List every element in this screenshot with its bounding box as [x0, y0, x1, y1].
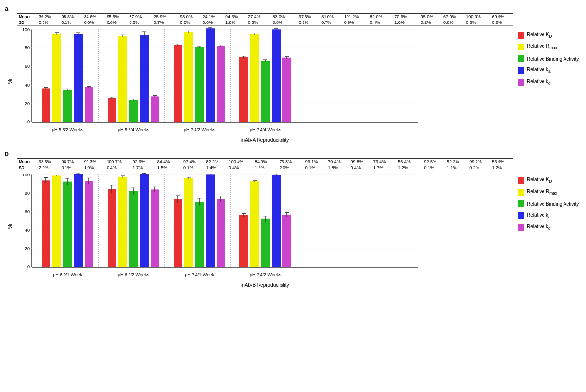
stats-table-a: Mean 36.2% 95.8% 34.6% 95.5% 37.9% 25.9%… [17, 13, 513, 26]
svg-rect-127 [174, 199, 182, 267]
legend-swatch-ka-a [518, 67, 524, 74]
svg-text:100: 100 [22, 27, 30, 32]
svg-rect-139 [217, 199, 225, 268]
legend-swatch-rmax-b [518, 189, 524, 196]
a-g2-m4: 94.3% [223, 14, 246, 20]
svg-rect-119 [140, 174, 149, 267]
svg-text:60: 60 [25, 209, 30, 214]
a-g4-m3: 67.0% [441, 14, 464, 20]
svg-rect-13 [42, 88, 50, 122]
sd-label-a: SD [17, 20, 37, 26]
a-g3-m1: 83.0% [269, 14, 297, 20]
svg-text:80: 80 [25, 191, 30, 196]
svg-rect-133 [195, 202, 204, 267]
a-g2-m3: 24.1% [201, 14, 223, 20]
svg-rect-56 [206, 28, 215, 122]
a-g4-m2: 95.0% [419, 14, 441, 20]
chart-a-container: % 0 20 [17, 27, 513, 135]
svg-rect-102 [74, 174, 83, 267]
legend-swatch-kd2-b [518, 224, 524, 231]
legend-item-b-rmax: Relative Rmax [518, 189, 584, 196]
svg-rect-67 [250, 34, 259, 123]
x-label-a: mAb-A Reproducibility [17, 137, 513, 143]
legend-label-kd2-b: Relative kd [527, 224, 551, 231]
svg-rect-53 [195, 47, 204, 122]
legend-label-ka-b: Relative ka [527, 212, 551, 219]
svg-rect-156 [282, 215, 291, 267]
svg-text:pH 5.5/2 Weeks: pH 5.5/2 Weeks [52, 127, 83, 132]
a-g3-m5: 82.0% [368, 14, 391, 20]
page: a Mean 36.2% 95.8% 34.6% 95.5% 37.9% [0, 0, 586, 392]
panel-a-label: a [5, 5, 8, 12]
legend-item-a-ka: Relative ka [518, 67, 584, 74]
legend-item-b-kd: Relative KD [518, 177, 584, 184]
panel-b-label: b [5, 150, 9, 157]
svg-rect-122 [151, 189, 159, 267]
a-g4-m5: 69.9% [490, 14, 513, 20]
legend-label-ka-a: Relative ka [527, 67, 551, 74]
svg-rect-93 [42, 180, 50, 267]
a-g3-m4: 101.2% [342, 14, 368, 20]
svg-rect-147 [250, 181, 259, 267]
a-g2-m2: 93.0% [178, 14, 200, 20]
legend-swatch-kd2-a [518, 79, 524, 86]
sd-label-b: SD [17, 165, 37, 171]
legend-item-b-kd2: Relative kd [518, 224, 584, 231]
svg-text:20: 20 [25, 246, 30, 251]
panel-b: b Mean 93.5% 98.7% 92.3% 100.7% 92.9% [5, 150, 584, 288]
svg-rect-22 [74, 34, 83, 122]
svg-rect-47 [174, 45, 182, 122]
svg-rect-110 [108, 189, 116, 267]
a-g1-m4: 95.5% [105, 14, 127, 20]
legend-a: Relative KD Relative Rmax Relative Bindi… [513, 5, 584, 143]
svg-rect-113 [118, 177, 127, 267]
svg-rect-64 [239, 57, 248, 122]
svg-rect-150 [261, 219, 270, 267]
svg-rect-130 [184, 178, 193, 267]
a-g1-m1: 36.2% [37, 14, 59, 20]
mean-label-b: Mean [17, 159, 37, 165]
svg-text:0: 0 [27, 119, 30, 124]
svg-rect-19 [63, 90, 72, 122]
a-g3-m3: 81.0% [319, 14, 342, 20]
legend-label-binding-a: Relative Binding Activity [527, 56, 579, 62]
legend-label-rmax-a: Relative Rmax [527, 44, 557, 50]
svg-rect-39 [140, 35, 149, 122]
svg-rect-42 [151, 96, 159, 122]
legend-item-b-ka: Relative ka [518, 212, 584, 219]
legend-swatch-binding-b [518, 200, 524, 207]
legend-label-kd-b: Relative KD [527, 177, 552, 184]
legend-b: Relative KD Relative Rmax Relative Bindi… [513, 150, 584, 288]
svg-rect-76 [282, 58, 291, 122]
x-label-b: mAb-B Reproducibility [17, 283, 513, 288]
svg-text:0: 0 [27, 264, 30, 269]
svg-rect-30 [108, 98, 116, 122]
svg-text:pH 7.4/2 Weeks: pH 7.4/2 Weeks [250, 272, 281, 277]
svg-rect-16 [52, 34, 61, 122]
svg-text:20: 20 [25, 101, 30, 106]
legend-item-a-rmax: Relative Rmax [518, 44, 584, 50]
svg-rect-25 [85, 87, 93, 122]
svg-rect-96 [52, 176, 61, 268]
svg-text:60: 60 [25, 64, 30, 69]
legend-item-b-binding: Relative Binding Activity [518, 200, 584, 207]
chart-b-container: % 0 20 40 6 [17, 172, 513, 281]
svg-rect-99 [63, 182, 72, 267]
a-g4-m1: 70.6% [391, 14, 418, 20]
legend-swatch-kd-b [518, 177, 524, 184]
chart-a-svg: 0 20 40 60 80 [17, 27, 423, 134]
legend-item-a-kd2: Relative kd [518, 79, 584, 86]
svg-rect-50 [184, 32, 193, 122]
a-g2-m5: 27.4% [246, 14, 268, 20]
chart-b-svg: 0 20 40 60 80 100 [17, 172, 423, 280]
a-g1-m3: 34.6% [82, 14, 105, 20]
legend-item-a-kd: Relative KD [518, 32, 584, 39]
svg-rect-105 [85, 181, 93, 268]
mean-label-a: Mean [17, 14, 37, 20]
svg-text:40: 40 [25, 83, 30, 87]
svg-rect-73 [272, 29, 281, 122]
a-g2-m1: 25.9% [150, 14, 178, 20]
legend-label-rmax-b: Relative Rmax [527, 189, 557, 196]
svg-rect-153 [272, 175, 281, 268]
svg-text:pH 7.4/1 Week: pH 7.4/1 Week [185, 272, 214, 277]
